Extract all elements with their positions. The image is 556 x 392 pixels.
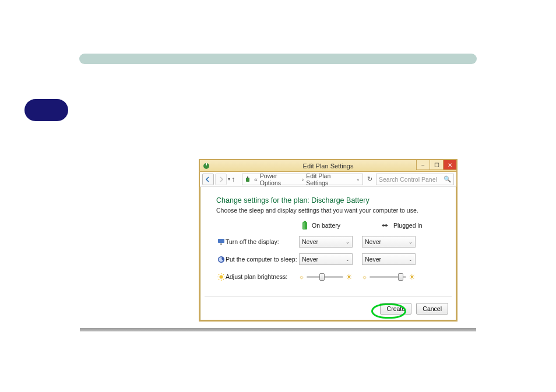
column-headers: On battery Plugged in [301,221,446,230]
breadcrumb-sep: « [254,176,258,183]
sun-large-icon: ☀ [346,273,353,281]
forward-button[interactable] [215,174,227,185]
plugged-in-label: Plugged in [393,222,423,229]
search-placeholder: Search Control Panel [379,176,437,183]
content-pane: Change settings for the plan: Discharge … [200,187,456,293]
sleep-on-battery-select[interactable]: Never ⌄ [299,253,353,265]
svg-line-16 [223,278,223,279]
sleep-plugged-in-select[interactable]: Never ⌄ [362,253,416,265]
brightness-on-battery-slider[interactable]: ☼ ☀ [299,271,353,282]
power-icon [245,176,252,183]
svg-rect-3 [247,176,248,178]
search-icon: 🔍 [444,175,451,183]
display-plugged-in-select[interactable]: Never ⌄ [362,236,416,248]
brightness-plugged-in-slider[interactable]: ☼ ☀ [362,271,416,282]
search-input[interactable]: Search Control Panel 🔍 [376,174,454,185]
page-heading: Change settings for the plan: Discharge … [216,196,446,204]
display-plugged-in-value: Never [365,238,381,245]
breadcrumb-power-options[interactable]: Power Options [260,172,300,186]
address-bar[interactable]: « Power Options › Edit Plan Settings ⌄ [242,174,363,185]
sleep-plugged-in-value: Never [365,256,381,263]
svg-rect-8 [220,243,222,245]
brightness-icon [216,273,226,281]
sun-small-icon: ☼ [362,274,367,280]
sleep-icon [216,256,226,263]
row-sleep: Put the computer to sleep: Never ⌄ Never… [216,253,446,265]
display-on-battery-value: Never [302,238,318,245]
button-bar: Create Cancel [380,303,448,315]
divider [205,296,452,297]
chevron-down-icon: ⌄ [409,239,413,245]
titlebar: Edit Plan Settings − ☐ ✕ [200,160,456,172]
recent-locations-button[interactable]: ▾ [228,176,230,182]
svg-rect-5 [304,221,306,223]
sleep-label: Put the computer to sleep: [226,256,299,263]
document-footer-bar [80,328,476,331]
minimize-button[interactable]: − [416,160,430,170]
svg-line-18 [223,274,223,275]
back-button[interactable] [202,174,214,185]
maximize-button[interactable]: ☐ [430,160,444,170]
svg-rect-7 [218,239,224,243]
refresh-button[interactable]: ↻ [364,175,375,183]
plug-icon [381,223,390,228]
row-turn-off-display: Turn off the display: Never ⌄ Never ⌄ [216,236,446,248]
sun-large-icon: ☀ [409,273,416,281]
breadcrumb-chevron-icon: › [302,176,304,183]
cancel-button[interactable]: Cancel [416,303,448,315]
brightness-label: Adjust plan brightness: [226,273,299,280]
sleep-on-battery-value: Never [302,256,318,263]
display-on-battery-select[interactable]: Never ⌄ [299,236,353,248]
chevron-down-icon: ⌄ [346,257,350,262]
chevron-down-icon: ⌄ [346,239,350,245]
svg-rect-6 [303,223,305,229]
svg-point-10 [219,275,223,278]
battery-icon [301,221,308,230]
create-button[interactable]: Create [380,303,411,315]
svg-line-15 [219,274,219,275]
close-button[interactable]: ✕ [443,160,457,170]
on-battery-label: On battery [312,222,340,229]
document-header-bar [79,54,477,64]
svg-line-17 [219,278,219,279]
display-icon [216,238,226,245]
edit-plan-settings-window: Edit Plan Settings − ☐ ✕ ▾ ↑ « Power Opt… [199,159,458,322]
row-brightness: Adjust plan brightness: ☼ ☀ ☼ ☀ [216,271,446,282]
chevron-down-icon: ⌄ [409,257,413,262]
svg-rect-2 [246,178,249,182]
turn-off-display-label: Turn off the display: [226,238,299,245]
explorer-toolbar: ▾ ↑ « Power Options › Edit Plan Settings… [200,172,456,187]
address-dropdown-button[interactable]: ⌄ [356,176,360,182]
sun-small-icon: ☼ [299,274,304,280]
window-controls: − ☐ ✕ [416,160,456,171]
breadcrumb-edit-plan[interactable]: Edit Plan Settings [306,172,354,186]
document-nav-marker [24,99,68,121]
page-subtext: Choose the sleep and display settings th… [216,207,446,214]
up-button[interactable]: ↑ [231,175,241,183]
